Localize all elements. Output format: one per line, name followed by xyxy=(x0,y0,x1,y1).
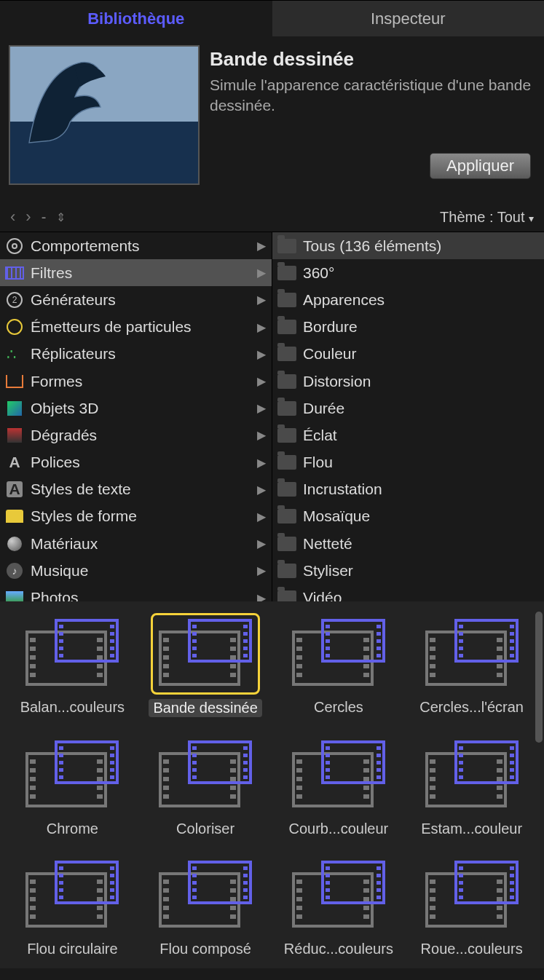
gear-icon xyxy=(4,236,25,256)
category-label: Styles de texte xyxy=(31,481,131,498)
subcategory-row[interactable]: Mosaïque xyxy=(272,503,544,530)
svg-rect-72 xyxy=(497,638,502,642)
category-row[interactable]: Dégradés ▶ xyxy=(0,422,272,448)
subcategory-row[interactable]: Styliser xyxy=(272,557,544,584)
subcategory-row[interactable]: Couleur xyxy=(272,341,544,368)
category-row[interactable]: ∴ Réplicateurs ▶ xyxy=(0,341,272,368)
svg-rect-117 xyxy=(230,768,236,772)
category-row[interactable]: Objets 3D ▶ xyxy=(0,395,272,422)
svg-rect-140 xyxy=(363,777,369,781)
filter-item[interactable]: Bande dessinée xyxy=(139,613,272,717)
subcategory-row[interactable]: Apparences xyxy=(272,286,544,313)
chevron-right-icon: ▶ xyxy=(257,483,266,497)
filter-thumbnail xyxy=(417,855,527,936)
category-label: Matériaux xyxy=(31,535,98,553)
svg-rect-212 xyxy=(192,881,197,885)
svg-rect-159 xyxy=(430,794,435,799)
category-row[interactable]: A Styles de texte ▶ xyxy=(0,476,272,503)
tab-inspector[interactable]: Inspecteur xyxy=(272,0,545,36)
filter-item[interactable]: Cercles...l'écran xyxy=(405,613,538,717)
apply-button[interactable]: Appliquer xyxy=(430,153,531,179)
svg-rect-99 xyxy=(56,742,117,783)
tab-library[interactable]: Bibliothèque xyxy=(0,0,272,36)
svg-rect-71 xyxy=(430,673,435,677)
svg-rect-162 xyxy=(497,777,502,781)
nav-forward-button[interactable]: › xyxy=(25,208,31,226)
category-row[interactable]: A Polices ▶ xyxy=(0,449,272,476)
category-label: Styles de forme xyxy=(31,507,137,525)
svg-rect-146 xyxy=(326,761,330,764)
chevron-right-icon: ▶ xyxy=(257,537,266,550)
category-row[interactable]: Matériaux ▶ xyxy=(0,530,272,557)
category-row[interactable]: Filtres ▶ xyxy=(0,259,272,286)
path-stepper[interactable]: ⇕ xyxy=(56,210,66,224)
svg-rect-19 xyxy=(110,639,114,643)
filter-thumbnail xyxy=(284,855,393,936)
subcategory-row[interactable]: 360° xyxy=(272,259,544,286)
svg-rect-112 xyxy=(163,768,169,772)
svg-rect-35 xyxy=(192,632,197,636)
category-row[interactable]: ♪ Musique ▶ xyxy=(0,557,272,584)
svg-rect-258 xyxy=(459,896,463,899)
filter-item[interactable]: Roue...couleurs xyxy=(405,855,538,957)
svg-rect-227 xyxy=(363,888,369,893)
svg-rect-262 xyxy=(510,888,514,892)
chevron-right-icon: ▶ xyxy=(257,266,266,280)
category-row[interactable]: Émetteurs de particules ▶ xyxy=(0,314,272,341)
svg-rect-16 xyxy=(59,654,63,657)
svg-rect-160 xyxy=(497,759,502,764)
svg-rect-183 xyxy=(97,888,103,893)
svg-rect-181 xyxy=(30,914,36,919)
subcategory-row[interactable]: Netteté xyxy=(272,530,544,557)
svg-rect-215 xyxy=(243,866,248,870)
scrollbar[interactable] xyxy=(535,612,543,743)
theme-dropdown[interactable]: Thème : Tout ▾ xyxy=(440,209,534,226)
svg-rect-1 xyxy=(30,638,36,642)
svg-rect-137 xyxy=(296,794,302,799)
svg-rect-218 xyxy=(243,888,248,892)
nav-back-button[interactable]: ‹ xyxy=(10,208,15,226)
filter-item[interactable]: Flou composé xyxy=(139,855,272,957)
subcategory-row[interactable]: Éclat xyxy=(272,422,544,448)
svg-rect-248 xyxy=(497,880,502,884)
svg-rect-244 xyxy=(430,888,435,893)
svg-rect-257 xyxy=(459,888,463,892)
category-row[interactable]: Comportements ▶ xyxy=(0,232,272,259)
svg-rect-95 xyxy=(97,768,103,772)
filter-item[interactable]: Courb...couleur xyxy=(272,735,406,837)
category-label: Musique xyxy=(31,562,88,580)
filter-item[interactable]: Estam...couleur xyxy=(405,735,538,837)
svg-rect-7 xyxy=(97,647,103,651)
filter-item[interactable]: Réduc...couleurs xyxy=(272,855,406,957)
filter-item[interactable]: Chrome xyxy=(6,735,139,837)
subcategory-row[interactable]: Bordure xyxy=(272,314,544,341)
subcategory-row[interactable]: Distorsion xyxy=(272,368,544,395)
subcategory-row[interactable]: Vidéo xyxy=(272,584,544,601)
subcategory-row[interactable]: Durée xyxy=(272,395,544,422)
svg-rect-114 xyxy=(163,786,169,790)
category-row[interactable]: Styles de forme ▶ xyxy=(0,503,272,530)
filter-item[interactable]: Coloriser xyxy=(139,735,272,837)
svg-rect-185 xyxy=(97,906,103,910)
svg-rect-202 xyxy=(163,906,169,910)
filter-label: Coloriser xyxy=(176,821,234,837)
filter-item[interactable]: Flou circulaire xyxy=(6,855,139,957)
category-row[interactable]: Formes ▶ xyxy=(0,368,272,395)
chevron-right-icon: ▶ xyxy=(257,591,266,601)
grad-icon xyxy=(4,425,25,446)
category-row[interactable]: Photos ▶ xyxy=(0,584,272,601)
svg-rect-250 xyxy=(497,897,502,901)
filter-item[interactable]: Cercles xyxy=(272,613,406,717)
svg-rect-259 xyxy=(510,866,514,870)
svg-rect-147 xyxy=(326,768,330,772)
filter-item[interactable]: Balan...couleurs xyxy=(6,613,139,717)
category-row[interactable]: 2 Générateurs ▶ xyxy=(0,286,272,313)
subcategory-column: Tous (136 éléments) 360° Apparences Bord… xyxy=(272,232,544,601)
svg-rect-100 xyxy=(59,746,63,750)
svg-rect-61 xyxy=(377,625,381,628)
subcategory-row[interactable]: Flou xyxy=(272,449,544,476)
subcategory-row[interactable]: Incrustation xyxy=(272,476,544,503)
subcategory-row[interactable]: Tous (136 éléments) xyxy=(272,232,544,259)
filter-thumbnail xyxy=(151,613,260,695)
svg-rect-90 xyxy=(30,768,36,772)
